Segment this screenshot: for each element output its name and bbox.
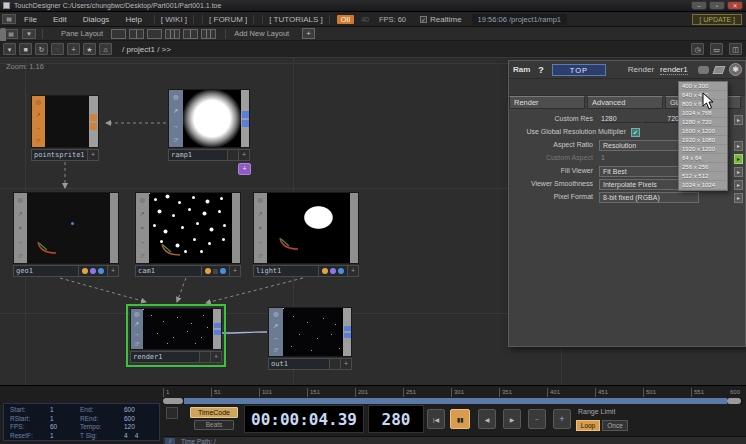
ramp1-connectors[interactable] xyxy=(241,90,249,147)
display-flag[interactable] xyxy=(98,268,104,274)
pickable-flag[interactable] xyxy=(90,268,96,274)
loop-button[interactable]: Loop xyxy=(576,420,600,431)
out1-connectors[interactable] xyxy=(343,308,351,356)
frame-display[interactable]: 280 xyxy=(368,405,424,433)
info-value[interactable]: 600 xyxy=(124,406,164,415)
menu-dialogs[interactable]: Dialogs xyxy=(75,15,118,24)
pane-star-icon[interactable]: ★ xyxy=(83,43,96,55)
res-width-field[interactable]: 1280 xyxy=(601,115,641,123)
range-start-handle[interactable] xyxy=(163,398,183,404)
render-flag[interactable] xyxy=(205,268,211,274)
layout-preset-single[interactable] xyxy=(111,29,126,39)
render-flag[interactable] xyxy=(322,268,328,274)
maximize-button[interactable]: ▫ xyxy=(709,1,725,10)
wiki-link[interactable]: [ WIKI ] xyxy=(154,15,194,24)
tab-render[interactable]: Render xyxy=(509,96,585,109)
pixel-format-dropdown[interactable]: 8-bit fixed (RGBA) xyxy=(599,192,699,203)
node-plus-button[interactable]: + xyxy=(88,149,99,161)
menu-edit[interactable]: Edit xyxy=(45,15,75,24)
pane-split-icon[interactable]: ◫ xyxy=(729,43,742,55)
node-plus-button[interactable]: + xyxy=(230,265,241,277)
node-flag-cell[interactable] xyxy=(330,358,341,370)
timeline-range[interactable] xyxy=(184,398,727,404)
pane-stop-icon[interactable]: ■ xyxy=(19,43,32,55)
layout-preset-hsplit[interactable] xyxy=(147,29,162,39)
node-cam1[interactable]: ◎ ↗ × → ☞ cam1 xyxy=(135,192,241,277)
realtime-checkbox[interactable]: ✓ xyxy=(420,16,427,23)
info-value[interactable]: 1 xyxy=(50,415,80,424)
play-forward-button[interactable]: ▶ xyxy=(503,409,521,429)
res-height-field[interactable]: 720 xyxy=(643,115,679,123)
menu-item-1024x1024[interactable]: 1024 x 1024 xyxy=(679,181,727,190)
node-plus-button[interactable]: + xyxy=(348,265,359,277)
menu-item-256x256[interactable]: 256 x 256 xyxy=(679,163,727,172)
step-back-button[interactable]: – xyxy=(528,409,546,429)
menu-file[interactable]: File xyxy=(16,15,45,24)
menu-grid-icon[interactable]: ▤ xyxy=(2,14,16,24)
eraser-icon[interactable] xyxy=(713,66,726,74)
node-flags[interactable] xyxy=(79,265,108,277)
menu-help[interactable]: Help xyxy=(117,15,149,24)
menu-item-1920x1200[interactable]: 1920 x 1200 xyxy=(679,145,727,154)
once-button[interactable]: Once xyxy=(602,420,628,431)
add-layout-button[interactable]: + xyxy=(302,28,315,39)
node-plus-button[interactable]: + xyxy=(211,351,222,363)
menu-item-512x512[interactable]: 512 x 512 xyxy=(679,172,727,181)
node-flags[interactable] xyxy=(202,265,230,277)
menu-item-64x64[interactable]: 64 x 64 xyxy=(679,154,727,163)
menu-item-1600x1200[interactable]: 1600 x 1200 xyxy=(679,127,727,136)
layout-preset-quad[interactable] xyxy=(183,29,198,39)
fps-toggle-badge[interactable]: OII xyxy=(337,15,354,24)
layout-down-icon[interactable]: ▼ xyxy=(22,29,36,39)
param-expand-icon-active[interactable]: ▸ xyxy=(734,154,743,164)
layout-preset-vsplit[interactable] xyxy=(129,29,144,39)
node-out1[interactable]: ◎ ↗ → ☞ out1 + xyxy=(268,307,352,370)
pane-plus-icon[interactable]: + xyxy=(67,43,80,55)
pane-circle-icon[interactable]: ○ xyxy=(51,43,64,55)
timeline-option-button[interactable] xyxy=(166,407,178,419)
node-flag-cell[interactable] xyxy=(228,149,239,161)
close-button[interactable]: ✕ xyxy=(727,1,743,10)
pickable-flag[interactable] xyxy=(330,268,336,274)
geo1-connectors[interactable] xyxy=(110,193,118,263)
pane-home-icon[interactable]: ⌂ xyxy=(99,43,112,55)
param-expand-icon[interactable]: ▸ xyxy=(734,167,743,177)
global-res-checkbox[interactable]: ✓ xyxy=(631,128,640,137)
pane-monitor-icon[interactable]: ▭ xyxy=(710,43,723,55)
pickable-flag[interactable] xyxy=(213,269,218,274)
pane-clock-icon[interactable]: ◷ xyxy=(691,43,704,55)
render1-connectors[interactable] xyxy=(213,309,221,349)
node-geo1[interactable]: ◎ ↗ × → ☞ geo1 xyxy=(13,192,119,277)
update-button[interactable]: [ UPDATE ] xyxy=(692,14,742,25)
help-icon[interactable]: ? xyxy=(538,65,544,75)
range-end-handle[interactable] xyxy=(727,398,741,404)
breadcrumb[interactable]: / project1 / >> xyxy=(122,45,171,54)
node-name-label[interactable]: cam1 xyxy=(135,265,202,277)
timecode-mode-button[interactable]: TimeCode xyxy=(190,407,238,418)
custom-aspect-field[interactable]: 1 xyxy=(601,154,605,161)
beats-mode-button[interactable]: Beats xyxy=(194,420,234,430)
node-pointsprite1[interactable]: ◎ ↗ → ☞ pointsprite1 + xyxy=(31,95,99,161)
info-value[interactable]: 4 4 xyxy=(124,432,164,441)
node-flag-cell[interactable] xyxy=(200,351,211,363)
node-flags[interactable] xyxy=(319,265,348,277)
minimize-button[interactable]: – xyxy=(691,1,707,10)
node-light1[interactable]: ◎ ↗ × → ☞ light1 xyxy=(253,192,359,277)
node-render1[interactable]: ◎ ↗ → ☞ render1 + xyxy=(130,308,222,363)
pane-refresh-icon[interactable]: ↻ xyxy=(35,43,48,55)
param-expand-icon[interactable]: ▸ xyxy=(734,180,743,190)
tutorials-link[interactable]: [ TUTORIALS ] xyxy=(262,15,330,24)
comment-icon[interactable] xyxy=(698,66,709,74)
menu-item-1024x768[interactable]: 1024 x 768 xyxy=(679,109,727,118)
light1-connectors[interactable] xyxy=(350,193,358,263)
node-name-label[interactable]: light1 xyxy=(253,265,319,277)
step-forward-button[interactable]: + xyxy=(553,409,571,429)
tab-advanced[interactable]: Advanced xyxy=(587,96,663,109)
param-expand-icon[interactable]: ▸ xyxy=(734,193,743,203)
info-value[interactable]: 1 xyxy=(50,432,80,441)
forum-link[interactable]: [ FORUM ] xyxy=(202,15,254,24)
param-expand-icon[interactable]: ▸ xyxy=(734,115,743,125)
info-value[interactable]: 1 xyxy=(50,406,80,415)
node-name-label[interactable]: pointsprite1 xyxy=(31,149,88,161)
pane-dropdown-icon[interactable]: ▾ xyxy=(3,43,16,55)
